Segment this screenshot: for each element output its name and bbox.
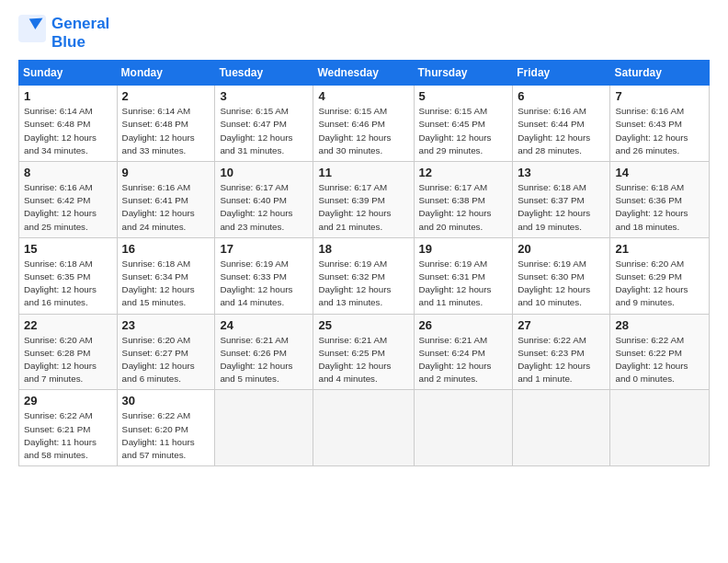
calendar-cell: 18Sunrise: 6:19 AMSunset: 6:32 PMDayligh…	[313, 237, 414, 314]
calendar-cell: 10Sunrise: 6:17 AMSunset: 6:40 PMDayligh…	[215, 161, 313, 237]
calendar-header-friday: Friday	[513, 61, 610, 86]
calendar-cell	[215, 390, 313, 466]
day-info: Sunrise: 6:20 AMSunset: 6:29 PMDaylight:…	[615, 258, 704, 310]
day-info: Sunrise: 6:18 AMSunset: 6:34 PMDaylight:…	[122, 258, 210, 310]
day-number: 23	[122, 318, 210, 332]
day-info: Sunrise: 6:20 AMSunset: 6:27 PMDaylight:…	[122, 334, 210, 386]
day-number: 18	[318, 242, 408, 256]
calendar-table: SundayMondayTuesdayWednesdayThursdayFrid…	[18, 60, 710, 466]
day-info: Sunrise: 6:19 AMSunset: 6:30 PMDaylight:…	[518, 258, 605, 310]
calendar-cell: 14Sunrise: 6:18 AMSunset: 6:36 PMDayligh…	[610, 161, 710, 237]
calendar-cell	[610, 390, 710, 466]
calendar-cell: 16Sunrise: 6:18 AMSunset: 6:34 PMDayligh…	[117, 237, 215, 314]
calendar-week-row: 8Sunrise: 6:16 AMSunset: 6:42 PMDaylight…	[19, 161, 710, 237]
day-number: 8	[24, 166, 112, 179]
calendar-week-row: 29Sunrise: 6:22 AMSunset: 6:21 PMDayligh…	[19, 390, 710, 466]
calendar-header-sunday: Sunday	[19, 61, 118, 86]
calendar-week-row: 22Sunrise: 6:20 AMSunset: 6:28 PMDayligh…	[19, 314, 710, 390]
day-number: 6	[518, 89, 605, 103]
page: General Blue GeneralBlue SundayMondayTue…	[0, 0, 728, 563]
day-number: 19	[419, 242, 508, 256]
calendar-cell: 11Sunrise: 6:17 AMSunset: 6:39 PMDayligh…	[313, 161, 414, 237]
day-info: Sunrise: 6:22 AMSunset: 6:22 PMDaylight:…	[615, 334, 704, 386]
day-number: 27	[518, 318, 605, 332]
calendar-cell: 25Sunrise: 6:21 AMSunset: 6:25 PMDayligh…	[313, 314, 414, 390]
day-info: Sunrise: 6:19 AMSunset: 6:33 PMDaylight:…	[220, 258, 308, 310]
calendar-cell: 20Sunrise: 6:19 AMSunset: 6:30 PMDayligh…	[513, 237, 610, 314]
calendar-header-tuesday: Tuesday	[215, 61, 313, 86]
day-number: 17	[220, 242, 308, 256]
day-info: Sunrise: 6:14 AMSunset: 6:48 PMDaylight:…	[24, 105, 112, 157]
day-number: 2	[122, 89, 210, 103]
calendar-cell	[513, 390, 610, 466]
day-number: 15	[24, 242, 112, 256]
calendar-cell: 13Sunrise: 6:18 AMSunset: 6:37 PMDayligh…	[513, 161, 610, 237]
day-info: Sunrise: 6:21 AMSunset: 6:24 PMDaylight:…	[419, 334, 508, 386]
day-info: Sunrise: 6:22 AMSunset: 6:20 PMDaylight:…	[122, 409, 210, 462]
day-info: Sunrise: 6:16 AMSunset: 6:44 PMDaylight:…	[518, 105, 605, 157]
day-info: Sunrise: 6:21 AMSunset: 6:25 PMDaylight:…	[318, 334, 408, 386]
calendar-cell: 2Sunrise: 6:14 AMSunset: 6:48 PMDaylight…	[117, 86, 215, 162]
day-number: 20	[518, 242, 605, 256]
day-number: 7	[615, 89, 704, 103]
day-info: Sunrise: 6:18 AMSunset: 6:37 PMDaylight:…	[518, 181, 605, 234]
calendar-cell: 30Sunrise: 6:22 AMSunset: 6:20 PMDayligh…	[117, 390, 215, 466]
calendar-cell: 3Sunrise: 6:15 AMSunset: 6:47 PMDaylight…	[215, 86, 313, 162]
day-info: Sunrise: 6:17 AMSunset: 6:38 PMDaylight:…	[419, 181, 508, 234]
day-number: 11	[318, 166, 408, 179]
day-info: Sunrise: 6:22 AMSunset: 6:21 PMDaylight:…	[24, 409, 112, 462]
calendar-header-wednesday: Wednesday	[313, 61, 414, 86]
day-info: Sunrise: 6:15 AMSunset: 6:45 PMDaylight:…	[419, 105, 508, 157]
day-info: Sunrise: 6:22 AMSunset: 6:23 PMDaylight:…	[518, 334, 605, 386]
calendar-header-row: SundayMondayTuesdayWednesdayThursdayFrid…	[19, 61, 710, 86]
header: General Blue GeneralBlue	[18, 15, 710, 51]
day-number: 1	[24, 89, 112, 103]
calendar-cell: 4Sunrise: 6:15 AMSunset: 6:46 PMDaylight…	[313, 86, 414, 162]
calendar-cell: 22Sunrise: 6:20 AMSunset: 6:28 PMDayligh…	[19, 314, 118, 390]
day-number: 16	[122, 242, 210, 256]
calendar-cell: 27Sunrise: 6:22 AMSunset: 6:23 PMDayligh…	[513, 314, 610, 390]
calendar-cell: 6Sunrise: 6:16 AMSunset: 6:44 PMDaylight…	[513, 86, 610, 162]
day-info: Sunrise: 6:14 AMSunset: 6:48 PMDaylight:…	[122, 105, 210, 157]
day-info: Sunrise: 6:16 AMSunset: 6:41 PMDaylight:…	[122, 181, 210, 234]
day-number: 13	[518, 166, 605, 179]
calendar-cell: 28Sunrise: 6:22 AMSunset: 6:22 PMDayligh…	[610, 314, 710, 390]
calendar-week-row: 15Sunrise: 6:18 AMSunset: 6:35 PMDayligh…	[19, 237, 710, 314]
calendar-cell: 17Sunrise: 6:19 AMSunset: 6:33 PMDayligh…	[215, 237, 313, 314]
day-number: 28	[615, 318, 704, 332]
day-info: Sunrise: 6:21 AMSunset: 6:26 PMDaylight:…	[220, 334, 308, 386]
day-number: 25	[318, 318, 408, 332]
calendar-header-thursday: Thursday	[414, 61, 513, 86]
day-number: 12	[419, 166, 508, 179]
calendar-cell: 23Sunrise: 6:20 AMSunset: 6:27 PMDayligh…	[117, 314, 215, 390]
day-number: 14	[615, 166, 704, 179]
day-number: 21	[615, 242, 704, 256]
calendar-cell: 8Sunrise: 6:16 AMSunset: 6:42 PMDaylight…	[19, 161, 118, 237]
day-info: Sunrise: 6:15 AMSunset: 6:46 PMDaylight:…	[318, 105, 408, 157]
calendar-cell: 5Sunrise: 6:15 AMSunset: 6:45 PMDaylight…	[414, 86, 513, 162]
day-number: 26	[419, 318, 508, 332]
day-info: Sunrise: 6:15 AMSunset: 6:47 PMDaylight:…	[220, 105, 308, 157]
calendar-header-monday: Monday	[117, 61, 215, 86]
day-number: 24	[220, 318, 308, 332]
logo: General Blue GeneralBlue	[18, 15, 109, 51]
calendar-cell: 24Sunrise: 6:21 AMSunset: 6:26 PMDayligh…	[215, 314, 313, 390]
day-info: Sunrise: 6:18 AMSunset: 6:35 PMDaylight:…	[24, 258, 112, 310]
day-number: 3	[220, 89, 308, 103]
day-number: 10	[220, 166, 308, 179]
calendar-cell: 21Sunrise: 6:20 AMSunset: 6:29 PMDayligh…	[610, 237, 710, 314]
calendar-header-saturday: Saturday	[610, 61, 710, 86]
calendar-week-row: 1Sunrise: 6:14 AMSunset: 6:48 PMDaylight…	[19, 86, 710, 162]
calendar-cell	[414, 390, 513, 466]
day-number: 22	[24, 318, 112, 332]
day-number: 4	[318, 89, 408, 103]
day-info: Sunrise: 6:20 AMSunset: 6:28 PMDaylight:…	[24, 334, 112, 386]
day-info: Sunrise: 6:17 AMSunset: 6:40 PMDaylight:…	[220, 181, 308, 234]
day-info: Sunrise: 6:18 AMSunset: 6:36 PMDaylight:…	[615, 181, 704, 234]
calendar-cell	[313, 390, 414, 466]
day-number: 29	[24, 394, 112, 408]
day-number: 9	[122, 166, 210, 179]
logo-text: GeneralBlue	[18, 15, 109, 51]
calendar-cell: 26Sunrise: 6:21 AMSunset: 6:24 PMDayligh…	[414, 314, 513, 390]
calendar-cell: 12Sunrise: 6:17 AMSunset: 6:38 PMDayligh…	[414, 161, 513, 237]
